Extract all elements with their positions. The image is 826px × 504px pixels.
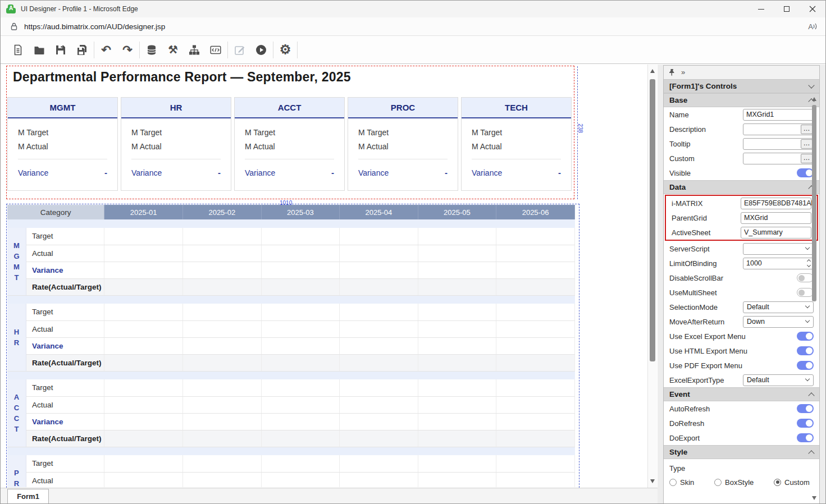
- grid-cell[interactable]: [261, 413, 340, 430]
- read-aloud-button[interactable]: A: [808, 22, 818, 31]
- grid-cell[interactable]: [496, 245, 575, 262]
- run-button[interactable]: [250, 40, 272, 60]
- grid-cell[interactable]: [418, 262, 496, 278]
- column-header-month[interactable]: 2025-06: [496, 205, 575, 219]
- grid-cell[interactable]: [261, 278, 340, 295]
- grid-cell[interactable]: [418, 396, 496, 413]
- section-event[interactable]: Event: [664, 387, 819, 401]
- description-input[interactable]: …: [743, 123, 814, 135]
- grid-cell[interactable]: [496, 337, 575, 354]
- grid-cell[interactable]: [418, 354, 496, 371]
- open-folder-button[interactable]: [29, 40, 50, 60]
- code-editor-button[interactable]: [205, 40, 226, 60]
- excelexporttype-select[interactable]: Default: [743, 374, 814, 386]
- grid-cell[interactable]: [104, 337, 183, 354]
- grid-cell[interactable]: [418, 430, 496, 447]
- report-title[interactable]: Departmental Performance Report — Septem…: [13, 70, 351, 85]
- custom-input[interactable]: …: [743, 153, 814, 164]
- spinner-arrows-icon[interactable]: [807, 260, 810, 267]
- grid-cell[interactable]: [183, 304, 262, 320]
- controls-header[interactable]: [Form1]'s Controls: [664, 79, 819, 93]
- grid-cell[interactable]: [496, 278, 575, 295]
- url-text[interactable]: https://aud.bimatrix.com/AUD/designer.js…: [24, 22, 165, 31]
- grid-cell[interactable]: [340, 413, 418, 430]
- minimize-button[interactable]: [748, 1, 774, 17]
- collapse-panel-icon[interactable]: »: [681, 68, 685, 76]
- tooltip-input[interactable]: …: [743, 138, 814, 150]
- grid-cell[interactable]: [496, 413, 575, 430]
- grid-cell[interactable]: [418, 278, 496, 295]
- grid-cell[interactable]: [261, 396, 340, 413]
- name-input[interactable]: MXGrid1: [743, 109, 814, 121]
- grid-cell[interactable]: [496, 228, 575, 245]
- scroll-up-icon[interactable]: [812, 97, 816, 101]
- radio-custom[interactable]: Custom: [774, 478, 810, 487]
- card-mgmt[interactable]: MGMT M Target M Actual Variance-: [7, 97, 118, 191]
- grid-cell[interactable]: [104, 430, 183, 447]
- column-header-month[interactable]: 2025-02: [183, 205, 262, 219]
- grid-cell[interactable]: [104, 320, 183, 337]
- grid-cell[interactable]: [340, 430, 418, 447]
- radio-boxstyle[interactable]: BoxStyle: [714, 478, 774, 487]
- grid-cell[interactable]: [183, 337, 262, 354]
- grid-cell[interactable]: [261, 379, 340, 396]
- pin-icon[interactable]: [668, 68, 676, 76]
- grid-cell[interactable]: [418, 245, 496, 262]
- grid-cell[interactable]: [418, 413, 496, 430]
- grid-cell[interactable]: [340, 337, 418, 354]
- grid-cell[interactable]: [104, 379, 183, 396]
- card-hr[interactable]: HR M Target M Actual Variance-: [121, 97, 231, 191]
- settings-button[interactable]: ⚙: [275, 40, 296, 60]
- grid-cell[interactable]: [496, 379, 575, 396]
- grid-cell[interactable]: [183, 262, 262, 278]
- grid-cell[interactable]: [104, 354, 183, 371]
- grid-cell[interactable]: [261, 430, 340, 447]
- grid-cell[interactable]: [261, 228, 340, 245]
- grid-cell[interactable]: [340, 304, 418, 320]
- new-document-button[interactable]: [7, 40, 29, 60]
- column-header-month[interactable]: 2025-01: [104, 205, 183, 219]
- column-header-category[interactable]: Category: [7, 205, 104, 219]
- selectionmode-select[interactable]: Default: [743, 301, 814, 313]
- column-header-month[interactable]: 2025-04: [340, 205, 418, 219]
- card-acct[interactable]: ACCT M Target M Actual Variance-: [234, 97, 345, 191]
- grid-cell[interactable]: [104, 262, 183, 278]
- grid-cell[interactable]: [418, 379, 496, 396]
- grid-cell[interactable]: [261, 455, 340, 472]
- grid-cell[interactable]: [340, 262, 418, 278]
- grid-cell[interactable]: [496, 455, 575, 472]
- scrollbar-thumb[interactable]: [650, 79, 655, 361]
- grid-cell[interactable]: [496, 472, 575, 487]
- section-base[interactable]: Base: [664, 93, 819, 107]
- save-button[interactable]: [50, 40, 71, 60]
- grid-cell[interactable]: [261, 304, 340, 320]
- grid-cell[interactable]: [183, 413, 262, 430]
- grid-cell[interactable]: [261, 320, 340, 337]
- close-button[interactable]: [800, 1, 825, 17]
- grid-cell[interactable]: [261, 354, 340, 371]
- grid-cell[interactable]: [340, 472, 418, 487]
- maximize-button[interactable]: [774, 1, 800, 17]
- address-bar[interactable]: https://aud.bimatrix.com/AUD/designer.js…: [1, 17, 825, 36]
- grid-cell[interactable]: [418, 455, 496, 472]
- grid-cell[interactable]: [261, 337, 340, 354]
- grid-cell[interactable]: [418, 228, 496, 245]
- grid-cell[interactable]: [183, 379, 262, 396]
- grid-cell[interactable]: [340, 396, 418, 413]
- grid-cell[interactable]: [104, 396, 183, 413]
- grid-cell[interactable]: [261, 262, 340, 278]
- grid-cell[interactable]: [183, 472, 262, 487]
- grid-cell[interactable]: [496, 354, 575, 371]
- grid-cell[interactable]: [104, 304, 183, 320]
- grid-cell[interactable]: [183, 278, 262, 295]
- grid-cell[interactable]: [261, 245, 340, 262]
- edit-button[interactable]: [229, 40, 250, 60]
- grid-cell[interactable]: [418, 472, 496, 487]
- grid-cell[interactable]: [340, 228, 418, 245]
- grid-cell[interactable]: [104, 455, 183, 472]
- grid-cell[interactable]: [340, 354, 418, 371]
- card-tech[interactable]: TECH M Target M Actual Variance-: [461, 97, 572, 191]
- scroll-down-icon[interactable]: [650, 479, 655, 483]
- grid-cell[interactable]: [104, 245, 183, 262]
- moveafterreturn-select[interactable]: Down: [743, 316, 814, 328]
